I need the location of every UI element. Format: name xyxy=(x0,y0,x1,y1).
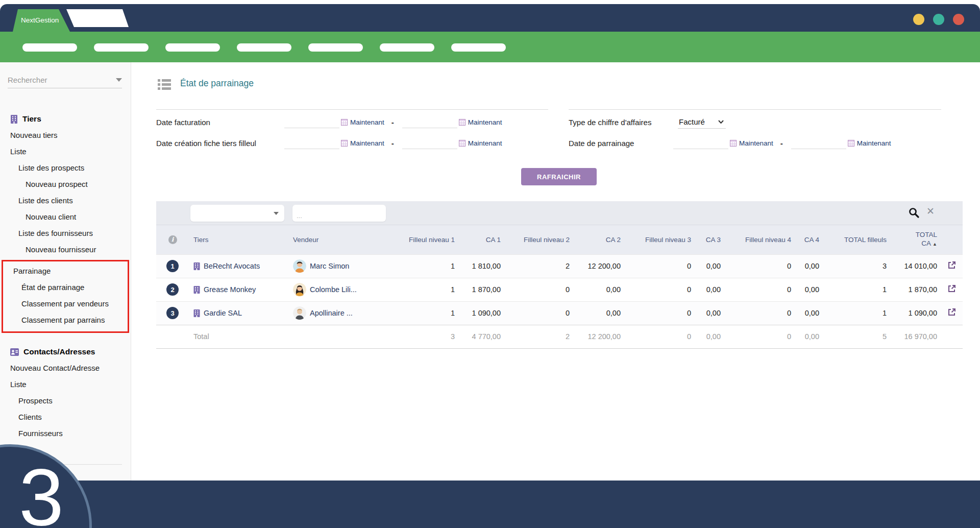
rank-badge: 2 xyxy=(166,283,179,296)
sidebar-item-etat-de-parrainage[interactable]: État de parrainage xyxy=(3,279,128,296)
sidebar-search[interactable] xyxy=(8,76,122,88)
calendar-icon[interactable] xyxy=(341,119,348,126)
date-facturation-from-input[interactable] xyxy=(284,117,339,128)
table-total-row: Total 3 4 770,00 2 12 200,00 0 0,00 0 0,… xyxy=(156,325,963,348)
menu-pill[interactable] xyxy=(165,43,220,52)
sidebar-item-liste-des-fournisseurs[interactable]: Liste des fournisseurs xyxy=(0,225,131,242)
column-header-filleul-4[interactable]: Filleul niveau 4 xyxy=(724,225,794,254)
column-header-tiers[interactable]: Tiers xyxy=(189,225,286,254)
sidebar-item-classement-par-vendeurs[interactable]: Classement par vendeurs xyxy=(3,296,128,312)
table-row: 2 Grease Monkey Colombe Lili... 1 1 870,… xyxy=(156,278,963,301)
chevron-down-icon xyxy=(274,212,279,215)
sidebar-item-nouveau-fournisseur[interactable]: Nouveau fournisseur xyxy=(0,242,131,258)
sidebar-section-header-tiers[interactable]: Tiers xyxy=(0,111,131,127)
date-facturation-label: Date facturation xyxy=(156,118,284,127)
sidebar-item-liste-contacts[interactable]: Liste xyxy=(0,376,131,393)
calendar-icon[interactable] xyxy=(341,140,348,147)
parrainage-table: ✕ i Tiers Vendeur Filleul niveau 1 xyxy=(156,201,963,349)
now-link[interactable]: Maintenant xyxy=(739,139,773,147)
column-header-ca-3[interactable]: CA 3 xyxy=(694,225,724,254)
status-dot-red xyxy=(953,14,964,25)
sidebar-item-parrainage[interactable]: Parrainage xyxy=(3,263,128,279)
date-parrainage-from-input[interactable] xyxy=(673,138,728,149)
external-link-icon[interactable] xyxy=(947,261,956,270)
sidebar-item-nouveau-client[interactable]: Nouveau client xyxy=(0,209,131,225)
building-icon xyxy=(10,115,18,124)
column-header-ca-2[interactable]: CA 2 xyxy=(573,225,624,254)
avatar xyxy=(293,283,306,296)
rank-badge: 1 xyxy=(166,260,179,272)
vendeur-link[interactable]: Colombe Lili... xyxy=(286,283,386,296)
sidebar: Tiers Nouveau tiers Liste Liste des pros… xyxy=(0,62,131,481)
column-header-filleul-3[interactable]: Filleul niveau 3 xyxy=(624,225,694,254)
date-creation-from-input[interactable] xyxy=(284,138,339,149)
vendeur-filter-input[interactable] xyxy=(292,205,386,222)
sidebar-item-nouveau-contact-adresse[interactable]: Nouveau Contact/Adresse xyxy=(0,360,131,376)
footer-band xyxy=(0,481,980,528)
sidebar-section-tiers: Tiers Nouveau tiers Liste Liste des pros… xyxy=(0,111,131,333)
rank-badge: 3 xyxy=(166,307,179,319)
calendar-icon[interactable] xyxy=(459,140,465,147)
date-creation-to-input[interactable] xyxy=(402,138,457,149)
menu-pill[interactable] xyxy=(380,43,434,52)
now-link[interactable]: Maintenant xyxy=(857,139,891,147)
external-link-icon[interactable] xyxy=(947,284,956,293)
menu-pill[interactable] xyxy=(451,43,506,52)
column-header-filleul-2[interactable]: Filleul niveau 2 xyxy=(504,225,573,254)
date-creation-label: Date création fiche tiers filleul xyxy=(156,139,284,148)
type-ca-select[interactable]: Facturé xyxy=(678,116,726,129)
tiers-link[interactable]: BeRecht Avocats xyxy=(189,262,283,270)
menu-pill[interactable] xyxy=(22,43,77,52)
vendeur-link[interactable]: Apollinaire ... xyxy=(286,306,386,320)
sidebar-item-liste[interactable]: Liste xyxy=(0,143,131,160)
calendar-icon[interactable] xyxy=(730,140,737,147)
section-title: Contacts/Adresses xyxy=(23,347,95,356)
date-parrainage-to-input[interactable] xyxy=(791,138,846,149)
sidebar-item-fournisseurs[interactable]: Fournisseurs xyxy=(0,425,131,442)
brand-name: NextGestion xyxy=(21,16,59,24)
search-icon[interactable] xyxy=(908,207,920,219)
contact-card-icon xyxy=(10,348,19,356)
date-facturation-to-input[interactable] xyxy=(402,117,457,128)
column-header-ca-1[interactable]: CA 1 xyxy=(458,225,504,254)
external-link-icon[interactable] xyxy=(947,308,956,317)
now-link[interactable]: Maintenant xyxy=(468,139,502,147)
info-icon[interactable]: i xyxy=(168,235,177,244)
calendar-icon[interactable] xyxy=(848,140,854,147)
now-link[interactable]: Maintenant xyxy=(350,139,384,147)
main-content: État de parrainage Date facturation Main… xyxy=(131,62,980,481)
column-header-total-filleuls[interactable]: TOTAL filleuls xyxy=(822,225,890,254)
refresh-button[interactable]: RAFRAICHIR xyxy=(521,168,597,185)
tiers-link[interactable]: Grease Monkey xyxy=(189,285,283,294)
close-icon[interactable]: ✕ xyxy=(926,205,935,217)
column-header-filleul-1[interactable]: Filleul niveau 1 xyxy=(389,225,458,254)
menu-pill[interactable] xyxy=(94,43,149,52)
sidebar-item-classement-par-parrains[interactable]: Classement par parrains xyxy=(3,312,128,328)
sidebar-item-liste-des-prospects[interactable]: Liste des prospects xyxy=(0,160,131,176)
now-link[interactable]: Maintenant xyxy=(350,118,384,126)
now-link[interactable]: Maintenant xyxy=(468,118,502,126)
chevron-down-icon[interactable] xyxy=(116,78,122,82)
parrainage-highlight-box: Parrainage État de parrainage Classement… xyxy=(2,260,129,333)
menu-pill[interactable] xyxy=(237,43,291,52)
vendeur-link[interactable]: Marc Simon xyxy=(286,259,386,273)
sidebar-item-prospects[interactable]: Prospects xyxy=(0,393,131,409)
tiers-link[interactable]: Gardie SAL xyxy=(189,309,283,317)
active-tab-placeholder[interactable] xyxy=(66,9,129,27)
sidebar-item-nouveau-tiers[interactable]: Nouveau tiers xyxy=(0,127,131,143)
sidebar-item-nouveau-prospect[interactable]: Nouveau prospect xyxy=(0,176,131,193)
column-header-vendeur[interactable]: Vendeur xyxy=(286,225,389,254)
column-header-total-ca[interactable]: TOTAL CA▲ xyxy=(890,225,940,254)
search-input[interactable] xyxy=(8,76,116,84)
sidebar-item-clients[interactable]: Clients xyxy=(0,409,131,425)
filter-block-left: Date facturation Maintenant - Maintenant… xyxy=(156,109,548,154)
range-separator: - xyxy=(391,139,394,148)
range-separator: - xyxy=(780,139,783,148)
tiers-filter-dropdown[interactable] xyxy=(190,205,284,222)
column-header-ca-4[interactable]: CA 4 xyxy=(794,225,822,254)
sidebar-item-liste-des-clients[interactable]: Liste des clients xyxy=(0,193,131,209)
menu-pill[interactable] xyxy=(308,43,363,52)
sidebar-section-header-contacts[interactable]: Contacts/Adresses xyxy=(0,344,131,360)
calendar-icon[interactable] xyxy=(459,119,465,126)
brand-tab[interactable]: NextGestion xyxy=(13,9,70,32)
